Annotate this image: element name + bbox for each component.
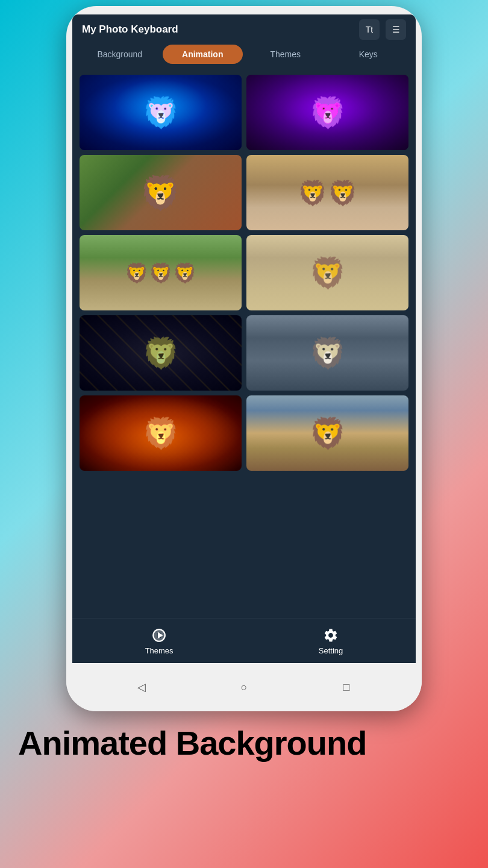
lion-image-savanna xyxy=(246,395,408,471)
list-item[interactable] xyxy=(246,395,408,471)
list-item[interactable] xyxy=(80,235,242,310)
nav-item-setting[interactable]: Setting xyxy=(307,623,355,659)
phone-bottom-nav: ◁ ○ □ xyxy=(66,663,422,711)
app-title: My Photo Keyboard xyxy=(82,24,178,36)
phone-body: My Photo Keyboard Tt ☰ Background Animat… xyxy=(66,6,422,711)
text-size-button[interactable]: Tt xyxy=(359,19,380,40)
tab-animation[interactable]: Animation xyxy=(163,45,243,64)
list-item[interactable] xyxy=(80,315,242,391)
lion-image-sandy xyxy=(246,235,408,310)
tab-themes[interactable]: Themes xyxy=(245,45,326,64)
lion-image-purple xyxy=(246,75,408,150)
list-item[interactable] xyxy=(246,155,408,230)
list-item[interactable] xyxy=(80,155,242,230)
settings-icon xyxy=(322,627,339,644)
tab-keys[interactable]: Keys xyxy=(328,45,409,64)
lion-image-desert xyxy=(246,155,408,230)
list-item[interactable] xyxy=(246,75,408,150)
phone-screen: My Photo Keyboard Tt ☰ Background Animat… xyxy=(72,14,416,663)
recents-button[interactable]: □ xyxy=(334,675,358,699)
text-size-icon: Tt xyxy=(366,25,373,34)
lion-image-electric xyxy=(80,315,242,391)
list-item[interactable] xyxy=(80,75,242,150)
nav-label-themes: Themes xyxy=(145,646,174,655)
nav-label-setting: Setting xyxy=(319,646,343,655)
bottom-nav: Themes Setting xyxy=(72,618,416,663)
menu-button[interactable]: ☰ xyxy=(386,19,406,40)
list-item[interactable] xyxy=(246,235,408,310)
footer-section: Animated Background xyxy=(0,711,488,775)
lion-image-pride xyxy=(80,235,242,310)
tab-bar: Background Animation Themes Keys xyxy=(72,45,416,70)
lion-image-brown xyxy=(80,155,242,230)
header-icons: Tt ☰ xyxy=(359,19,406,40)
list-item[interactable] xyxy=(80,395,242,471)
lion-image-blue xyxy=(80,75,242,150)
menu-icon: ☰ xyxy=(392,25,400,34)
image-grid xyxy=(80,75,408,471)
back-button[interactable]: ◁ xyxy=(130,675,154,699)
themes-icon xyxy=(151,627,167,644)
app-header: My Photo Keyboard Tt ☰ xyxy=(72,14,416,45)
home-button[interactable]: ○ xyxy=(232,675,256,699)
tab-background[interactable]: Background xyxy=(80,45,160,64)
nav-item-themes[interactable]: Themes xyxy=(133,623,186,659)
phone-wrapper: My Photo Keyboard Tt ☰ Background Animat… xyxy=(66,6,422,711)
animated-background-title: Animated Background xyxy=(18,724,366,762)
list-item[interactable] xyxy=(246,315,408,391)
lion-image-grey xyxy=(246,315,408,391)
lion-image-fire xyxy=(80,395,242,471)
content-area[interactable] xyxy=(72,70,416,618)
